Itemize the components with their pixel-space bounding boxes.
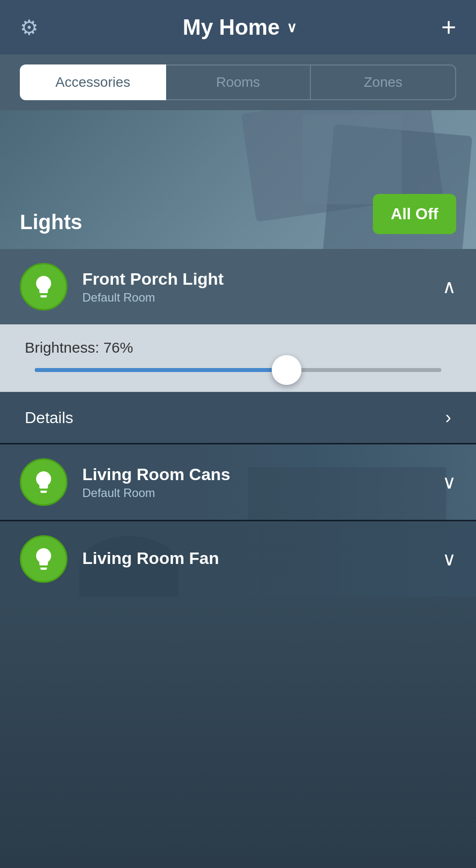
living-room-cans-info: Living Room Cans Default Room: [82, 465, 442, 500]
add-button[interactable]: +: [441, 14, 456, 40]
living-room-cans-chevron[interactable]: ∨: [442, 471, 456, 493]
living-room-fan-name: Living Room Fan: [82, 549, 442, 568]
section-lights-label: Lights: [20, 210, 373, 234]
hero-shape-3: [302, 115, 402, 204]
home-dropdown-chevron[interactable]: ∨: [287, 19, 297, 36]
brightness-slider-track: [35, 368, 441, 372]
details-chevron-icon: ›: [445, 407, 451, 428]
living-room-fan-icon: [20, 535, 67, 583]
living-room-fan-info: Living Room Fan: [82, 549, 442, 570]
brightness-panel: Brightness: 76%: [0, 324, 476, 392]
details-row[interactable]: Details ›: [0, 392, 476, 443]
front-porch-light-name: Front Porch Light: [82, 269, 442, 289]
details-label: Details: [25, 409, 73, 427]
front-porch-light-room: Default Room: [82, 291, 442, 305]
tab-rooms[interactable]: Rooms: [166, 64, 311, 100]
hero-banner: Lights All Off: [0, 110, 476, 249]
content-filler: [0, 597, 476, 868]
front-porch-light-icon: [20, 263, 67, 310]
bulb-icon: [31, 274, 57, 300]
living-room-fan-chevron[interactable]: ∨: [442, 548, 456, 570]
bulb-icon-3: [31, 546, 57, 572]
front-porch-light-chevron[interactable]: ∧: [442, 276, 456, 298]
brightness-slider-thumb[interactable]: [272, 355, 301, 385]
accessory-row-living-room-fan[interactable]: Living Room Fan ∨: [0, 521, 476, 597]
tab-accessories[interactable]: Accessories: [20, 64, 166, 100]
accessory-row-living-room-cans[interactable]: Living Room Cans Default Room ∨: [0, 444, 476, 520]
tab-bar: Accessories Rooms Zones: [0, 55, 476, 110]
brightness-label: Brightness: 76%: [25, 339, 451, 356]
bulb-icon-2: [31, 469, 57, 495]
gear-icon[interactable]: ⚙: [20, 15, 39, 40]
accessory-row-front-porch-light[interactable]: Front Porch Light Default Room ∧: [0, 249, 476, 324]
living-room-cans-icon: [20, 458, 67, 506]
header: ⚙ My Home ∨ +: [0, 0, 476, 55]
tab-zones[interactable]: Zones: [311, 64, 456, 100]
home-title-group: My Home ∨: [183, 15, 298, 40]
brightness-slider-fill: [35, 368, 287, 372]
home-title-text: My Home: [183, 15, 280, 40]
all-off-button[interactable]: All Off: [373, 194, 456, 234]
living-room-cans-room: Default Room: [82, 486, 442, 500]
front-porch-light-info: Front Porch Light Default Room: [82, 269, 442, 305]
living-room-cans-name: Living Room Cans: [82, 465, 442, 484]
